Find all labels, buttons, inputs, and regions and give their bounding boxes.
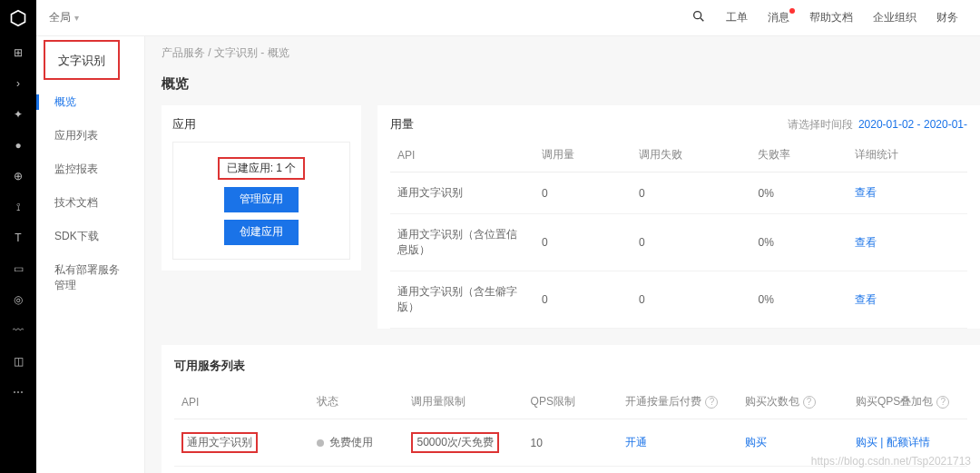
- sidebar: 文字识别 概览 应用列表 监控报表 技术文档 SDK下载 私有部署服务管理: [36, 36, 145, 473]
- usage-table: API 调用量 调用失败 失败率 详细统计 通用文字识别 0 0 0% 查看通用…: [390, 138, 967, 329]
- th-s-limit: 调用量限制: [404, 385, 523, 419]
- services-table: API 状态 调用量限制 QPS限制 开通按量后付费? 购买次数包? 购买QPS…: [174, 385, 967, 473]
- manage-app-button[interactable]: 管理应用: [224, 187, 299, 212]
- cell-api: 通用文字识别: [390, 172, 534, 214]
- cell-rate: 0%: [750, 214, 848, 271]
- app-count: 已建应用: 1 个: [218, 157, 306, 180]
- th-s-post: 开通按量后付费?: [618, 385, 737, 419]
- sidebar-item-monitor[interactable]: 监控报表: [36, 153, 144, 186]
- global-dropdown[interactable]: 全局 ▾: [36, 10, 92, 25]
- create-app-button[interactable]: 创建应用: [224, 220, 299, 245]
- th-s-status: 状态: [309, 385, 405, 419]
- breadcrumb: 产品服务 / 文字识别 - 概览: [162, 45, 980, 61]
- th-calls: 调用量: [534, 138, 632, 172]
- table-row: 通用文字识别 0 0 0% 查看: [390, 172, 967, 214]
- date-hint: 请选择时间段: [788, 117, 853, 133]
- nav-finance[interactable]: 财务: [936, 10, 958, 25]
- table-row: 通用文字识别（含位置信息版） 免费使用 500次/天免费 2 开通 购买 购买 …: [174, 467, 967, 474]
- grid-icon[interactable]: ⊞: [9, 44, 27, 62]
- cell-calls: 0: [534, 271, 632, 329]
- status-dot-icon: [317, 439, 324, 447]
- sidebar-item-sdk[interactable]: SDK下载: [36, 220, 144, 253]
- help-icon: ?: [803, 396, 816, 409]
- sidebar-title: 文字识别: [44, 40, 120, 80]
- svg-line-1: [701, 18, 703, 21]
- search-icon[interactable]: [691, 9, 706, 26]
- sidebar-item-docs[interactable]: 技术文档: [36, 186, 144, 220]
- app-section-title: 应用: [172, 116, 350, 133]
- th-api: API: [390, 138, 534, 172]
- buy-qps-link[interactable]: 购买 | 配额详情: [856, 436, 930, 448]
- view-link[interactable]: 查看: [855, 293, 877, 306]
- scan-icon[interactable]: ⟟: [9, 198, 27, 216]
- chevron-down-icon: ▾: [74, 13, 79, 23]
- cell-rate: 0%: [750, 271, 848, 329]
- view-link[interactable]: 查看: [855, 186, 877, 199]
- page-title: 概览: [162, 75, 980, 93]
- date-range[interactable]: 2020-01-02 - 2020-01-: [858, 118, 967, 131]
- cell-fail: 0: [632, 214, 751, 271]
- cell-calls: 0: [534, 172, 632, 214]
- cell-api: 通用文字识别（含生僻字版）: [390, 271, 534, 329]
- open-link[interactable]: 开通: [625, 436, 647, 448]
- table-row: 通用文字识别 免费使用 50000次/天免费 10 开通 购买 购买 | 配额详…: [174, 419, 967, 467]
- cube-icon[interactable]: ◫: [9, 352, 27, 370]
- th-s-buy: 购买次数包?: [738, 385, 848, 419]
- nav-message[interactable]: 消息: [768, 10, 789, 25]
- sidebar-item-private[interactable]: 私有部署服务管理: [36, 253, 144, 302]
- arrow-icon[interactable]: ›: [9, 74, 27, 93]
- sidebar-item-overview[interactable]: 概览: [36, 85, 144, 119]
- globe-icon[interactable]: ⊕: [9, 167, 27, 185]
- usage-section-title: 用量: [390, 116, 414, 133]
- cell-api: 通用文字识别（含位置信息版）: [390, 214, 534, 271]
- mic-icon[interactable]: ●: [9, 136, 27, 154]
- sidebar-item-apps[interactable]: 应用列表: [36, 119, 144, 153]
- global-label: 全局: [49, 10, 71, 25]
- target-icon[interactable]: ◎: [9, 291, 27, 309]
- image-icon[interactable]: ▭: [9, 260, 27, 278]
- th-s-qpspkg: 购买QPS叠加包?: [848, 385, 967, 419]
- notification-dot-icon: [789, 8, 795, 14]
- table-row: 通用文字识别（含生僻字版） 0 0 0% 查看: [390, 271, 967, 329]
- cell-status: 免费使用: [309, 419, 405, 467]
- nav-order[interactable]: 工单: [726, 10, 748, 25]
- cell-qps: 2: [524, 467, 619, 474]
- th-s-api: API: [174, 385, 309, 419]
- help-icon: ?: [936, 396, 949, 409]
- th-detail: 详细统计: [848, 138, 967, 172]
- cell-fail: 0: [632, 172, 751, 214]
- cell-rate: 0%: [750, 172, 848, 214]
- cell-qps: 10: [524, 419, 619, 467]
- th-fail: 调用失败: [632, 138, 751, 172]
- cell-api: 通用文字识别（含位置信息版）: [174, 467, 309, 474]
- cell-status: 免费使用: [309, 467, 405, 474]
- table-row: 通用文字识别（含位置信息版） 0 0 0% 查看: [390, 214, 967, 271]
- more-icon[interactable]: ⋯: [9, 383, 27, 401]
- logo: [0, 0, 36, 36]
- nav-org[interactable]: 企业组织: [873, 10, 916, 25]
- cell-fail: 0: [632, 271, 751, 329]
- icon-rail: ⊞ › ✦ ● ⊕ ⟟ T ▭ ◎ 〰 ◫ ⋯: [0, 36, 36, 473]
- nav-help[interactable]: 帮助文档: [809, 10, 853, 25]
- nodes-icon[interactable]: ✦: [9, 105, 27, 123]
- cell-limit: 50000次/天免费: [404, 419, 523, 467]
- view-link[interactable]: 查看: [855, 236, 877, 249]
- buy-link[interactable]: 购买: [745, 436, 767, 448]
- services-title: 可用服务列表: [174, 358, 967, 374]
- th-rate: 失败率: [750, 138, 848, 172]
- cell-limit: 500次/天免费: [404, 467, 523, 474]
- help-icon: ?: [705, 396, 718, 409]
- cell-api: 通用文字识别: [174, 419, 309, 467]
- wave-icon[interactable]: 〰: [9, 321, 27, 340]
- th-s-qps: QPS限制: [524, 385, 619, 419]
- text-icon[interactable]: T: [9, 229, 27, 247]
- cell-calls: 0: [534, 214, 632, 271]
- svg-point-0: [694, 12, 701, 19]
